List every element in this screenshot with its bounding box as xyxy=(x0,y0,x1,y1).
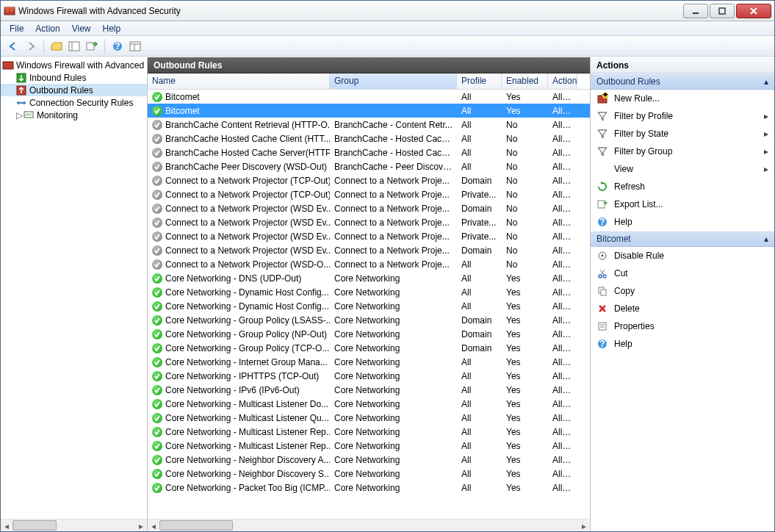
action-label: Help xyxy=(614,339,632,349)
list-hscrollbar[interactable]: ◂ ▸ xyxy=(148,519,590,531)
action-filter-group[interactable]: Filter by Group▸ xyxy=(591,143,774,160)
rule-row[interactable]: Core Networking - IPv6 (IPv6-Out)Core Ne… xyxy=(148,383,590,397)
action-properties[interactable]: Properties xyxy=(591,317,774,335)
maximize-button[interactable] xyxy=(710,4,735,18)
collapse-icon[interactable]: ▴ xyxy=(764,234,768,244)
rule-row[interactable]: Core Networking - Multicast Listener Qu.… xyxy=(148,411,590,425)
rule-row[interactable]: Connect to a Network Projector (WSD Ev..… xyxy=(148,215,590,229)
rule-row[interactable]: Core Networking - Neighbor Discovery A..… xyxy=(148,453,590,467)
scroll-left-icon[interactable]: ◂ xyxy=(1,520,12,531)
rule-row[interactable]: Connect to a Network Projector (WSD Ev..… xyxy=(148,229,590,243)
rule-row[interactable]: Core Networking - Dynamic Host Config...… xyxy=(148,285,590,299)
up-folder-button[interactable] xyxy=(48,38,65,54)
menu-action[interactable]: Action xyxy=(29,22,65,35)
action-help-2[interactable]: ?Help xyxy=(591,335,774,353)
rule-row[interactable]: Core Networking - IPHTTPS (TCP-Out)Core … xyxy=(148,369,590,383)
tree-root[interactable]: Windows Firewall with Advanced Security xyxy=(1,59,147,71)
rule-row[interactable]: BitcometAllYesAllow xyxy=(148,104,590,118)
rule-row[interactable]: Connect to a Network Projector (WSD-O...… xyxy=(148,257,590,271)
rule-status-icon xyxy=(152,455,162,465)
expand-icon[interactable]: ▷ xyxy=(15,110,23,121)
action-filter-state[interactable]: Filter by State▸ xyxy=(591,125,774,143)
export-button[interactable] xyxy=(84,38,100,54)
properties-button[interactable] xyxy=(127,38,143,54)
action-label: Copy xyxy=(614,286,635,296)
rule-row[interactable]: BranchCache Hosted Cache Server(HTTP...B… xyxy=(148,145,590,159)
action-copy[interactable]: Copy xyxy=(591,282,774,300)
rule-group: Core Networking xyxy=(330,483,457,493)
rule-row[interactable]: Core Networking - Multicast Listener Rep… xyxy=(148,439,590,453)
col-action[interactable]: Action xyxy=(548,73,577,89)
action-disable-rule[interactable]: Disable Rule xyxy=(591,247,774,265)
forward-button[interactable] xyxy=(23,38,39,54)
rule-row[interactable]: BitcometAllYesAllow xyxy=(148,90,590,104)
tree-inbound[interactable]: Inbound Rules xyxy=(1,71,147,84)
rule-row[interactable]: Core Networking - Group Policy (NP-Out)C… xyxy=(148,327,590,341)
rule-row[interactable]: Core Networking - Group Policy (TCP-O...… xyxy=(148,341,590,355)
tree-csr[interactable]: Connection Security Rules xyxy=(1,96,147,109)
rule-row[interactable]: Core Networking - Multicast Listener Do.… xyxy=(148,397,590,411)
minimize-button[interactable] xyxy=(683,4,708,18)
rule-status-icon xyxy=(152,427,162,437)
help-button[interactable]: ? xyxy=(109,38,126,54)
tree-outbound[interactable]: Outbound Rules xyxy=(1,84,147,96)
scroll-right-icon[interactable]: ▸ xyxy=(135,520,147,531)
rule-status-icon xyxy=(152,301,162,312)
rule-row[interactable]: Core Networking - Dynamic Host Config...… xyxy=(148,299,590,313)
actions-section-selection[interactable]: Bitcomet ▴ xyxy=(591,231,774,247)
action-help[interactable]: ?Help xyxy=(591,213,774,231)
scroll-thumb[interactable] xyxy=(159,520,233,531)
rule-row[interactable]: Core Networking - DNS (UDP-Out)Core Netw… xyxy=(148,271,590,285)
tree-hscrollbar[interactable]: ◂ ▸ xyxy=(1,519,147,531)
rule-profile: Domain xyxy=(457,343,502,353)
col-name[interactable]: Name xyxy=(148,73,330,89)
action-delete[interactable]: Delete xyxy=(591,300,774,317)
window-title: Windows Firewall with Advanced Security xyxy=(18,6,181,16)
rule-row[interactable]: BranchCache Hosted Cache Client (HTT...B… xyxy=(148,132,590,145)
rule-row[interactable]: Connect to a Network Projector (TCP-Out)… xyxy=(148,187,590,201)
col-profile[interactable]: Profile xyxy=(457,73,502,89)
rule-name: Connect to a Network Projector (WSD Ev..… xyxy=(165,204,330,214)
back-button[interactable] xyxy=(5,38,21,54)
rule-row[interactable]: Core Networking - Internet Group Mana...… xyxy=(148,355,590,369)
tree-monitoring[interactable]: ▷ Monitoring xyxy=(1,109,147,121)
rule-row[interactable]: Core Networking - Packet Too Big (ICMP..… xyxy=(148,481,590,495)
rule-row[interactable]: BranchCache Content Retrieval (HTTP-O...… xyxy=(148,118,590,132)
collapse-icon[interactable]: ▴ xyxy=(764,76,768,87)
rule-group: BranchCache - Hosted Cach... xyxy=(330,134,457,144)
show-hide-tree-button[interactable] xyxy=(66,38,82,54)
rule-row[interactable]: Connect to a Network Projector (TCP-Out)… xyxy=(148,173,590,187)
rule-row[interactable]: BranchCache Peer Discovery (WSD-Out)Bran… xyxy=(148,159,590,173)
close-button[interactable] xyxy=(736,4,771,18)
list-header-label: Outbound Rules xyxy=(154,60,222,71)
rule-profile: All xyxy=(457,301,502,312)
rule-group: Core Networking xyxy=(330,385,457,395)
action-view[interactable]: View▸ xyxy=(591,160,774,178)
rule-enabled: No xyxy=(502,134,548,144)
rule-row[interactable]: Core Networking - Multicast Listener Rep… xyxy=(148,425,590,439)
rule-name: Bitcomet xyxy=(165,106,200,116)
rule-group: Core Networking xyxy=(330,287,457,298)
scroll-thumb[interactable] xyxy=(12,520,57,531)
list-pane: Outbound Rules Name Group Profile Enable… xyxy=(148,57,591,531)
col-group[interactable]: Group xyxy=(330,73,457,89)
rule-status-icon xyxy=(152,385,162,395)
menu-view[interactable]: View xyxy=(66,22,97,35)
rule-row[interactable]: Core Networking - Neighbor Discovery S..… xyxy=(148,467,590,481)
rule-row[interactable]: Core Networking - Group Policy (LSASS-..… xyxy=(148,313,590,327)
col-enabled[interactable]: Enabled xyxy=(502,73,548,89)
menu-help[interactable]: Help xyxy=(97,22,127,35)
rule-profile: All xyxy=(457,259,502,270)
rule-row[interactable]: Connect to a Network Projector (WSD Ev..… xyxy=(148,201,590,215)
action-cut[interactable]: Cut xyxy=(591,265,774,282)
action-refresh[interactable]: Refresh xyxy=(591,178,774,195)
action-filter-profile[interactable]: Filter by Profile▸ xyxy=(591,107,774,125)
actions-section-outbound[interactable]: Outbound Rules ▴ xyxy=(591,73,774,90)
rule-row[interactable]: Connect to a Network Projector (WSD Ev..… xyxy=(148,243,590,257)
action-export[interactable]: Export List... xyxy=(591,195,774,213)
rule-status-icon xyxy=(152,343,162,353)
menu-file[interactable]: File xyxy=(4,22,29,35)
scroll-left-icon[interactable]: ◂ xyxy=(148,520,159,531)
scroll-right-icon[interactable]: ▸ xyxy=(578,520,590,531)
action-new-rule[interactable]: ✦New Rule... xyxy=(591,90,774,107)
